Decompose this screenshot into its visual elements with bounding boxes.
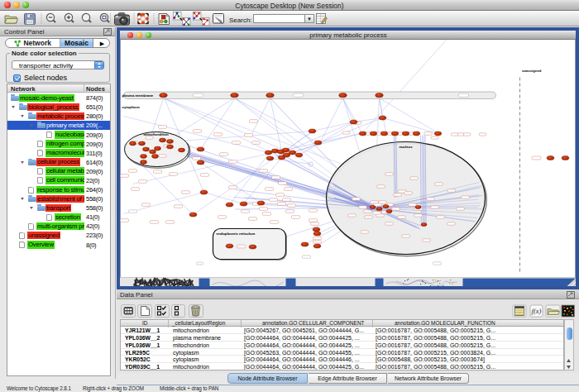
svg-text:endoplasmic reticulum: endoplasmic reticulum <box>217 232 256 236</box>
svg-text:mitochondrion: mitochondrion <box>143 132 168 136</box>
svg-text:plasma membrane: plasma membrane <box>122 93 154 98</box>
svg-text:f(x): f(x) <box>532 307 542 315</box>
svg-text:nucleus: nucleus <box>399 145 413 149</box>
svg-text:unassigned: unassigned <box>522 69 542 73</box>
svg-text:cytoplasm: cytoplasm <box>122 105 140 109</box>
